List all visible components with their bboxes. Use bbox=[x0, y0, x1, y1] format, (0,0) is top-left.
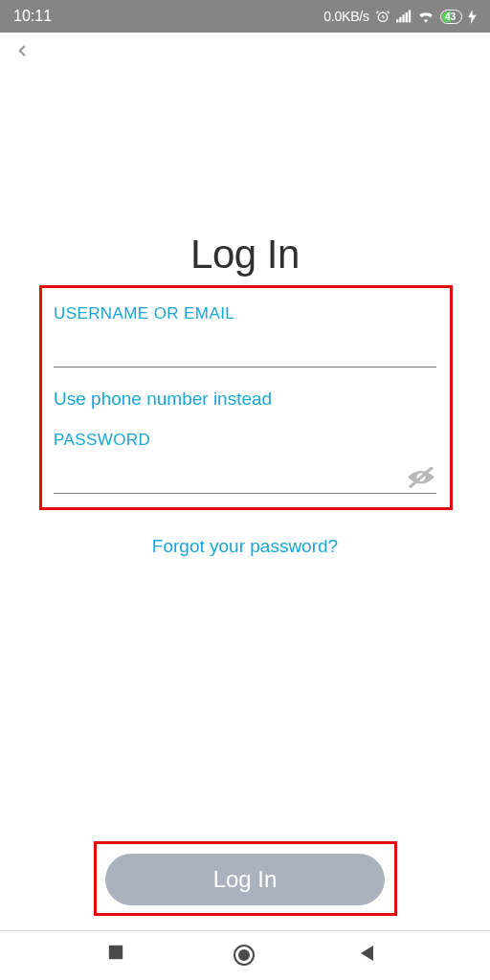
svg-rect-7 bbox=[109, 946, 122, 959]
password-label: PASSWORD bbox=[54, 431, 436, 450]
nav-back-icon[interactable] bbox=[358, 944, 383, 969]
top-bar bbox=[0, 33, 490, 71]
eye-off-icon[interactable] bbox=[406, 467, 436, 490]
svg-rect-3 bbox=[402, 14, 404, 22]
status-time: 10:11 bbox=[13, 8, 52, 24]
svg-rect-1 bbox=[396, 19, 398, 22]
nav-home-icon[interactable] bbox=[233, 944, 257, 969]
svg-point-9 bbox=[239, 950, 249, 960]
login-form: USERNAME OR EMAIL Use phone number inste… bbox=[54, 295, 436, 494]
svg-rect-4 bbox=[405, 12, 407, 22]
svg-rect-5 bbox=[409, 11, 411, 23]
battery-percent: 43 bbox=[445, 11, 456, 22]
status-data-rate: 0.0KB/s bbox=[323, 9, 369, 24]
nav-recent-icon[interactable] bbox=[107, 944, 132, 969]
signal-icon bbox=[396, 10, 412, 23]
password-input[interactable] bbox=[54, 456, 436, 494]
svg-rect-2 bbox=[399, 17, 401, 23]
username-input[interactable] bbox=[54, 329, 436, 368]
android-nav-bar bbox=[0, 932, 490, 980]
alarm-icon bbox=[375, 9, 390, 24]
charging-icon bbox=[468, 10, 477, 24]
wifi-icon bbox=[417, 10, 434, 23]
forgot-password-link[interactable]: Forgot your password? bbox=[0, 536, 490, 557]
back-chevron-icon[interactable] bbox=[13, 42, 33, 61]
status-bar: 10:11 0.0KB/s 43 bbox=[0, 0, 490, 33]
username-label: USERNAME OR EMAIL bbox=[54, 304, 436, 323]
use-phone-link[interactable]: Use phone number instead bbox=[54, 389, 436, 410]
battery-icon: 43 bbox=[440, 10, 462, 24]
page-title: Log In bbox=[0, 232, 490, 278]
login-button[interactable]: Log In bbox=[105, 854, 385, 905]
divider bbox=[0, 930, 490, 931]
